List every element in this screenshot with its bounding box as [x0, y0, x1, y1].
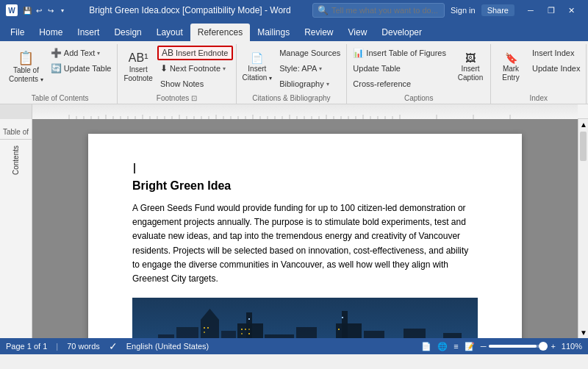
- cross-reference-button[interactable]: Cross-reference: [350, 76, 449, 91]
- scroll-track[interactable]: [578, 130, 588, 327]
- ribbon-group-citations: 📄 InsertCitation ▾ Manage Sources Style:…: [237, 44, 348, 104]
- footnotes-expand-icon[interactable]: ⊡: [191, 94, 197, 102]
- footnotes-group-label: Footnotes ⊡: [121, 93, 232, 104]
- window-title: Bright Green Idea.docx [Compatibility Mo…: [89, 5, 291, 15]
- svg-rect-70: [204, 327, 205, 329]
- zoom-control[interactable]: ─ +: [481, 342, 556, 351]
- proofing-icon[interactable]: ✓: [109, 340, 118, 352]
- title-bar-right: 🔍 Sign in Share ─ ❐ ✕: [312, 0, 582, 21]
- tell-me-box[interactable]: 🔍: [312, 3, 445, 18]
- svg-rect-64: [364, 331, 384, 338]
- tell-me-input[interactable]: [331, 6, 440, 15]
- show-notes-button[interactable]: Show Notes: [157, 76, 233, 91]
- title-bar: W 💾 ↩ ↪ ▾ Bright Green Idea.docx [Compat…: [0, 0, 588, 21]
- vertical-scrollbar[interactable]: ▲ ▼: [578, 119, 588, 338]
- add-text-button[interactable]: ➕ Add Text ▾: [48, 46, 115, 60]
- ribbon: 📋 Table ofContents ▾ ➕ Add Text ▾ 🔄 Upda…: [0, 41, 588, 104]
- svg-rect-76: [241, 333, 243, 334]
- tab-developer[interactable]: Developer: [374, 24, 429, 41]
- tab-mailings[interactable]: Mailings: [250, 24, 297, 41]
- zoom-in-button[interactable]: +: [551, 342, 555, 351]
- toc-label: Contents: [12, 146, 20, 175]
- svg-rect-66: [404, 329, 426, 338]
- scroll-down-button[interactable]: ▼: [578, 327, 588, 338]
- svg-rect-63: [342, 311, 348, 338]
- word-icon: W: [6, 4, 18, 16]
- index-group-label: Index: [494, 93, 583, 104]
- manage-sources-button[interactable]: Manage Sources: [276, 46, 343, 60]
- bibliography-button[interactable]: Bibliography ▾: [276, 76, 343, 91]
- style-button[interactable]: Style: APA ▾: [276, 61, 343, 76]
- endnote-icon: AB: [162, 48, 173, 58]
- zoom-level[interactable]: 110%: [562, 342, 582, 351]
- update-index-button[interactable]: Update Index: [529, 61, 583, 76]
- view-draft-icon[interactable]: 📝: [465, 342, 475, 351]
- document-page: Bright Green Idea A Green Seeds Fund wou…: [88, 134, 522, 338]
- document-title: Bright Green Idea: [132, 179, 478, 193]
- status-left: Page 1 of 1 | 70 words ✓ English (United…: [6, 340, 209, 352]
- view-outline-icon[interactable]: ≡: [453, 342, 458, 351]
- quick-access-controls[interactable]: 💾 ↩ ↪ ▾: [22, 5, 68, 15]
- scroll-thumb[interactable]: [580, 132, 587, 161]
- restore-button[interactable]: ❐: [541, 0, 562, 21]
- svg-rect-80: [248, 318, 250, 320]
- insert-index-button[interactable]: Insert Index: [529, 46, 583, 60]
- tab-home[interactable]: Home: [32, 24, 70, 41]
- update-table-button[interactable]: 🔄 Update Table: [48, 61, 115, 76]
- undo-icon[interactable]: ↩: [34, 5, 44, 15]
- tab-view[interactable]: View: [341, 24, 375, 41]
- next-footnote-button[interactable]: ⬇ Next Footnote ▾: [157, 61, 233, 76]
- toc-icon: 📋: [18, 51, 34, 65]
- signin-button[interactable]: Sign in: [451, 6, 476, 15]
- close-button[interactable]: ✕: [562, 0, 582, 21]
- svg-rect-59: [265, 334, 294, 338]
- minimize-button[interactable]: ─: [520, 0, 541, 21]
- toc-sidebar: Table of Contents: [0, 119, 32, 338]
- document-area[interactable]: Bright Green Idea A Green Seeds Fund wou…: [32, 119, 578, 338]
- tab-layout[interactable]: Layout: [149, 24, 190, 41]
- svg-rect-62: [336, 323, 362, 338]
- update-table-captions-button[interactable]: Update Table: [350, 61, 449, 76]
- svg-rect-74: [245, 329, 246, 330]
- tab-file[interactable]: File: [3, 24, 32, 41]
- zoom-slider-track[interactable]: [489, 345, 548, 348]
- svg-rect-60: [296, 327, 317, 338]
- ruler-area: [0, 104, 588, 119]
- toc-group-label: Table of Contents: [6, 93, 114, 104]
- ruler-corner: [0, 104, 32, 119]
- toc-label-contents: Contents: [12, 146, 20, 175]
- share-button[interactable]: Share: [481, 4, 514, 16]
- svg-rect-78: [338, 329, 340, 330]
- captions-group-label: Captions: [350, 93, 487, 104]
- zoom-out-button[interactable]: ─: [481, 342, 487, 351]
- insert-endnote-button[interactable]: AB Insert Endnote: [157, 46, 233, 60]
- view-normal-icon[interactable]: 📄: [421, 342, 431, 351]
- zoom-slider-fill: [489, 345, 537, 348]
- svg-rect-54: [201, 320, 219, 338]
- save-icon[interactable]: 💾: [22, 5, 32, 15]
- tab-review[interactable]: Review: [297, 24, 340, 41]
- insert-caption-button[interactable]: 🖼 InsertCaption: [453, 46, 487, 90]
- mark-entry-button[interactable]: 🔖 MarkEntry: [494, 46, 528, 90]
- ribbon-group-toc: 📋 Table ofContents ▾ ➕ Add Text ▾ 🔄 Upda…: [3, 44, 118, 104]
- zoom-slider-thumb[interactable]: [539, 342, 548, 351]
- document-body: A Green Seeds Fund would provide funding…: [132, 201, 478, 286]
- search-icon: 🔍: [318, 5, 329, 15]
- view-web-icon[interactable]: 🌐: [437, 342, 448, 351]
- table-of-contents-button[interactable]: 📋 Table ofContents ▾: [6, 46, 46, 90]
- insert-footnote-button[interactable]: AB¹ InsertFootnote: [121, 46, 155, 90]
- tab-insert[interactable]: Insert: [70, 24, 107, 41]
- customize-icon[interactable]: ▾: [57, 5, 68, 15]
- add-text-icon: ➕: [51, 48, 62, 58]
- status-separator1: |: [56, 342, 58, 351]
- citation-icon: 📄: [251, 53, 263, 63]
- redo-icon[interactable]: ↪: [46, 5, 56, 15]
- ribbon-group-footnotes: AB¹ InsertFootnote AB Insert Endnote ⬇ N…: [118, 44, 236, 104]
- window-controls[interactable]: ─ ❐ ✕: [520, 0, 582, 21]
- tab-references[interactable]: References: [190, 24, 250, 41]
- ribbon-tabs: File Home Insert Design Layout Reference…: [0, 21, 588, 41]
- insert-citation-button[interactable]: 📄 InsertCitation ▾: [240, 46, 276, 90]
- scroll-up-button[interactable]: ▲: [578, 119, 588, 130]
- insert-table-of-figures-button[interactable]: 📊 Insert Table of Figures: [350, 46, 449, 60]
- tab-design[interactable]: Design: [107, 24, 148, 41]
